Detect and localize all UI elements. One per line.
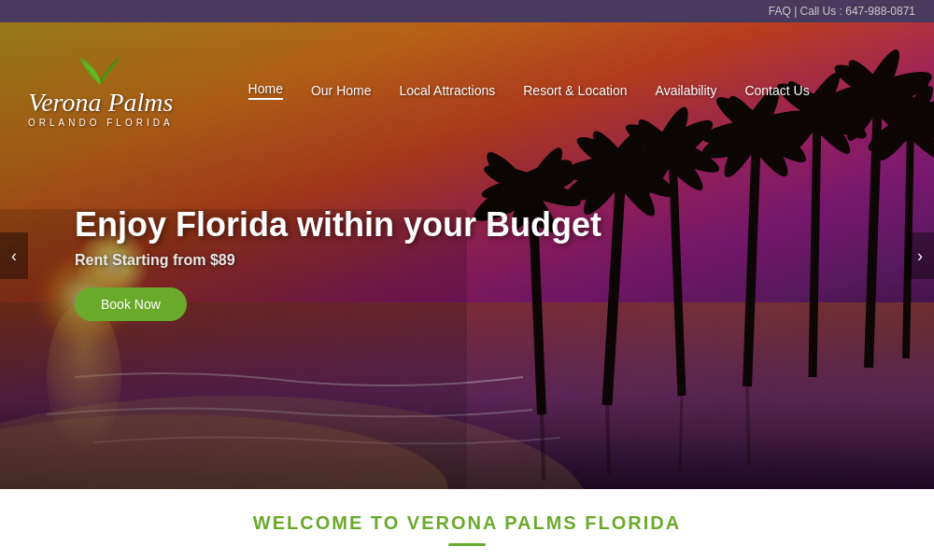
nav-item-our-home[interactable]: Our Home (311, 83, 372, 98)
nav-item-resort-location[interactable]: Resort & Location (523, 83, 627, 98)
logo-palm-icon (75, 52, 126, 88)
nav-item-contact[interactable]: Contact Us (744, 83, 809, 98)
hero-title: Enjoy Florida within your Budget (75, 205, 601, 245)
slider-prev-button[interactable]: ‹ (0, 232, 28, 279)
welcome-title: WELCOME TO VERONA PALMS FLORIDA (19, 512, 915, 534)
book-now-button[interactable]: Book Now (75, 287, 187, 321)
phone-label: Call Us : 647-988-0871 (800, 5, 915, 18)
hero-section: Verona Palms ORLANDO FLORIDA Home Our Ho… (0, 22, 934, 489)
main-nav: Home Our Home Local Attractions Resort &… (248, 81, 810, 100)
hero-content: Enjoy Florida within your Budget Rent St… (75, 205, 601, 321)
hero-subtitle: Rent Starting from $89 (75, 252, 601, 269)
logo-brand-name: Verona Palms (28, 90, 173, 116)
nav-item-availability[interactable]: Availability (656, 83, 717, 98)
welcome-divider (448, 543, 486, 546)
logo-location: ORLANDO FLORIDA (28, 118, 174, 128)
slider-next-button[interactable]: › (906, 232, 934, 279)
logo-area: Verona Palms ORLANDO FLORIDA (28, 52, 174, 128)
welcome-section: WELCOME TO VERONA PALMS FLORIDA (0, 489, 934, 560)
nav-item-home[interactable]: Home (248, 81, 283, 100)
header: Verona Palms ORLANDO FLORIDA Home Our Ho… (0, 43, 934, 137)
faq-link[interactable]: FAQ (769, 5, 791, 18)
nav-item-local-attractions[interactable]: Local Attractions (400, 83, 496, 98)
top-bar: FAQ | Call Us : 647-988-0871 (0, 0, 934, 22)
